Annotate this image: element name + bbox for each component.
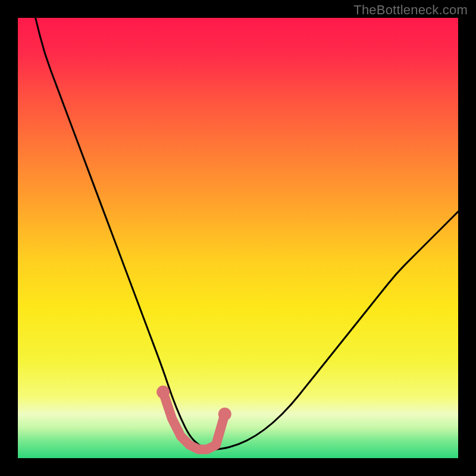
outer-frame: TheBottleneck.com <box>0 0 476 476</box>
sweet-spot-endpoint <box>218 408 231 421</box>
sweet-spot-endpoint <box>156 386 170 399</box>
watermark-text: TheBottleneck.com <box>353 2 468 18</box>
chart-svg <box>18 18 458 458</box>
gradient-background <box>18 18 458 458</box>
plot-area <box>18 18 458 458</box>
